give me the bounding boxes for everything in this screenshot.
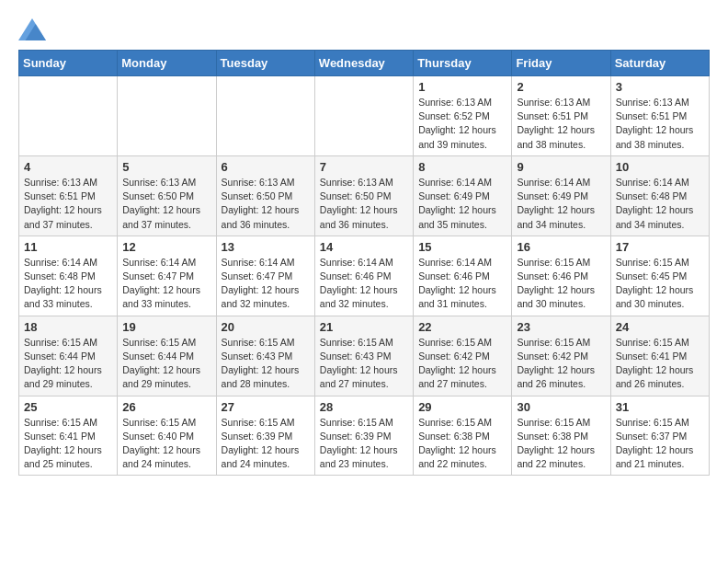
day-info: Sunrise: 6:14 AM Sunset: 6:49 PM Dayligh… (517, 176, 605, 232)
calendar-cell (216, 76, 314, 156)
day-info: Sunrise: 6:15 AM Sunset: 6:42 PM Dayligh… (418, 336, 506, 392)
day-info: Sunrise: 6:14 AM Sunset: 6:47 PM Dayligh… (122, 256, 210, 312)
day-number: 13 (222, 240, 310, 254)
weekday-header-saturday: Saturday (610, 51, 709, 76)
day-info: Sunrise: 6:15 AM Sunset: 6:45 PM Dayligh… (616, 256, 704, 312)
calendar-cell (118, 76, 216, 156)
calendar-cell: 18Sunrise: 6:15 AM Sunset: 6:44 PM Dayli… (19, 316, 118, 396)
calendar-cell: 16Sunrise: 6:15 AM Sunset: 6:46 PM Dayli… (512, 236, 610, 316)
calendar-week-3: 11Sunrise: 6:14 AM Sunset: 6:48 PM Dayli… (19, 236, 710, 316)
day-number: 18 (24, 320, 112, 334)
calendar-cell: 21Sunrise: 6:15 AM Sunset: 6:43 PM Dayli… (314, 316, 413, 396)
day-info: Sunrise: 6:15 AM Sunset: 6:43 PM Dayligh… (320, 336, 408, 392)
calendar-cell: 15Sunrise: 6:14 AM Sunset: 6:46 PM Dayli… (414, 236, 512, 316)
calendar-cell: 9Sunrise: 6:14 AM Sunset: 6:49 PM Daylig… (512, 155, 610, 236)
day-number: 22 (418, 320, 506, 334)
day-number: 8 (418, 160, 506, 174)
day-number: 21 (320, 320, 408, 334)
calendar-cell: 29Sunrise: 6:15 AM Sunset: 6:38 PM Dayli… (414, 396, 512, 476)
day-number: 16 (517, 240, 605, 254)
calendar-cell: 30Sunrise: 6:15 AM Sunset: 6:38 PM Dayli… (512, 396, 610, 476)
calendar-cell: 11Sunrise: 6:14 AM Sunset: 6:48 PM Dayli… (19, 236, 118, 316)
day-number: 23 (517, 320, 605, 334)
day-number: 7 (320, 160, 408, 174)
day-info: Sunrise: 6:15 AM Sunset: 6:38 PM Dayligh… (418, 416, 506, 472)
day-info: Sunrise: 6:15 AM Sunset: 6:43 PM Dayligh… (222, 336, 310, 392)
calendar-cell: 14Sunrise: 6:14 AM Sunset: 6:46 PM Dayli… (314, 236, 413, 316)
day-info: Sunrise: 6:14 AM Sunset: 6:46 PM Dayligh… (320, 256, 408, 312)
weekday-header-thursday: Thursday (414, 51, 512, 76)
calendar-cell: 1Sunrise: 6:13 AM Sunset: 6:52 PM Daylig… (414, 76, 512, 156)
day-info: Sunrise: 6:15 AM Sunset: 6:42 PM Dayligh… (517, 336, 605, 392)
day-number: 19 (122, 320, 210, 334)
day-info: Sunrise: 6:14 AM Sunset: 6:49 PM Dayligh… (418, 176, 506, 232)
day-info: Sunrise: 6:14 AM Sunset: 6:48 PM Dayligh… (616, 176, 704, 232)
calendar-cell: 4Sunrise: 6:13 AM Sunset: 6:51 PM Daylig… (19, 155, 118, 236)
calendar-cell: 25Sunrise: 6:15 AM Sunset: 6:41 PM Dayli… (19, 396, 118, 476)
day-info: Sunrise: 6:15 AM Sunset: 6:38 PM Dayligh… (517, 416, 605, 472)
day-info: Sunrise: 6:14 AM Sunset: 6:46 PM Dayligh… (418, 256, 506, 312)
calendar-week-4: 18Sunrise: 6:15 AM Sunset: 6:44 PM Dayli… (19, 316, 710, 396)
day-number: 12 (122, 240, 210, 254)
day-number: 27 (222, 400, 310, 414)
calendar-table: SundayMondayTuesdayWednesdayThursdayFrid… (18, 50, 710, 476)
day-number: 30 (517, 400, 605, 414)
day-number: 5 (122, 160, 210, 174)
weekday-header-monday: Monday (118, 51, 216, 76)
calendar-cell (19, 76, 118, 156)
day-number: 1 (418, 80, 506, 94)
calendar-cell: 12Sunrise: 6:14 AM Sunset: 6:47 PM Dayli… (118, 236, 216, 316)
day-info: Sunrise: 6:15 AM Sunset: 6:39 PM Dayligh… (222, 416, 310, 472)
weekday-header-wednesday: Wednesday (314, 51, 413, 76)
calendar-cell: 6Sunrise: 6:13 AM Sunset: 6:50 PM Daylig… (216, 155, 314, 236)
weekday-header-sunday: Sunday (19, 51, 118, 76)
day-number: 28 (320, 400, 408, 414)
calendar-week-2: 4Sunrise: 6:13 AM Sunset: 6:51 PM Daylig… (19, 155, 710, 236)
weekday-header-tuesday: Tuesday (216, 51, 314, 76)
day-number: 9 (517, 160, 605, 174)
calendar-cell: 24Sunrise: 6:15 AM Sunset: 6:41 PM Dayli… (610, 316, 709, 396)
calendar-cell: 10Sunrise: 6:14 AM Sunset: 6:48 PM Dayli… (610, 155, 709, 236)
day-info: Sunrise: 6:13 AM Sunset: 6:52 PM Dayligh… (418, 96, 506, 152)
day-number: 6 (222, 160, 310, 174)
day-number: 10 (616, 160, 704, 174)
calendar-cell: 22Sunrise: 6:15 AM Sunset: 6:42 PM Dayli… (414, 316, 512, 396)
calendar-cell: 2Sunrise: 6:13 AM Sunset: 6:51 PM Daylig… (512, 76, 610, 156)
day-number: 14 (320, 240, 408, 254)
calendar-cell: 3Sunrise: 6:13 AM Sunset: 6:51 PM Daylig… (610, 76, 709, 156)
day-info: Sunrise: 6:13 AM Sunset: 6:51 PM Dayligh… (616, 96, 704, 152)
day-info: Sunrise: 6:15 AM Sunset: 6:41 PM Dayligh… (616, 336, 704, 392)
day-number: 4 (24, 160, 112, 174)
day-info: Sunrise: 6:15 AM Sunset: 6:46 PM Dayligh… (517, 256, 605, 312)
calendar-cell: 23Sunrise: 6:15 AM Sunset: 6:42 PM Dayli… (512, 316, 610, 396)
day-info: Sunrise: 6:14 AM Sunset: 6:48 PM Dayligh… (24, 256, 112, 312)
day-number: 3 (616, 80, 704, 94)
day-number: 31 (616, 400, 704, 414)
day-info: Sunrise: 6:15 AM Sunset: 6:44 PM Dayligh… (24, 336, 112, 392)
calendar-cell: 13Sunrise: 6:14 AM Sunset: 6:47 PM Dayli… (216, 236, 314, 316)
calendar-cell: 26Sunrise: 6:15 AM Sunset: 6:40 PM Dayli… (118, 396, 216, 476)
calendar-cell: 19Sunrise: 6:15 AM Sunset: 6:44 PM Dayli… (118, 316, 216, 396)
day-number: 17 (616, 240, 704, 254)
calendar-cell: 17Sunrise: 6:15 AM Sunset: 6:45 PM Dayli… (610, 236, 709, 316)
calendar-cell: 8Sunrise: 6:14 AM Sunset: 6:49 PM Daylig… (414, 155, 512, 236)
calendar-cell: 31Sunrise: 6:15 AM Sunset: 6:37 PM Dayli… (610, 396, 709, 476)
day-number: 26 (122, 400, 210, 414)
day-info: Sunrise: 6:15 AM Sunset: 6:40 PM Dayligh… (122, 416, 210, 472)
day-info: Sunrise: 6:15 AM Sunset: 6:41 PM Dayligh… (24, 416, 112, 472)
day-info: Sunrise: 6:13 AM Sunset: 6:50 PM Dayligh… (122, 176, 210, 232)
logo-icon (18, 18, 46, 40)
calendar-cell (314, 76, 413, 156)
day-info: Sunrise: 6:15 AM Sunset: 6:44 PM Dayligh… (122, 336, 210, 392)
day-info: Sunrise: 6:13 AM Sunset: 6:51 PM Dayligh… (517, 96, 605, 152)
day-number: 15 (418, 240, 506, 254)
calendar-cell: 28Sunrise: 6:15 AM Sunset: 6:39 PM Dayli… (314, 396, 413, 476)
day-number: 20 (222, 320, 310, 334)
day-info: Sunrise: 6:15 AM Sunset: 6:39 PM Dayligh… (320, 416, 408, 472)
calendar-cell: 5Sunrise: 6:13 AM Sunset: 6:50 PM Daylig… (118, 155, 216, 236)
day-info: Sunrise: 6:14 AM Sunset: 6:47 PM Dayligh… (222, 256, 310, 312)
day-number: 2 (517, 80, 605, 94)
day-info: Sunrise: 6:13 AM Sunset: 6:50 PM Dayligh… (320, 176, 408, 232)
logo (18, 18, 50, 40)
calendar-week-5: 25Sunrise: 6:15 AM Sunset: 6:41 PM Dayli… (19, 396, 710, 476)
